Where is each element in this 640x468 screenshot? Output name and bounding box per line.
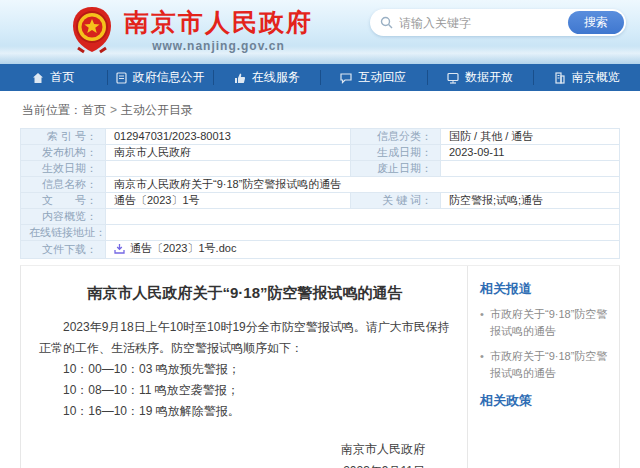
nav-item-online-services[interactable]: 在线服务 bbox=[213, 64, 320, 91]
related-policy-heading[interactable]: 相关政策 bbox=[480, 392, 611, 410]
list-item[interactable]: 市政府关于“9·18”防空警报试鸣的通告 bbox=[480, 306, 611, 340]
table-row: 信息名称： 南京市人民政府关于“9·18”防空警报试鸣的通告 bbox=[21, 177, 620, 193]
nav-item-interaction[interactable]: 互动回应 bbox=[320, 64, 427, 91]
site-brand[interactable]: 南京市人民政府 www.nanjing.gov.cn bbox=[70, 6, 313, 54]
signature-date: 2023年9月11日 bbox=[39, 460, 425, 468]
index-no-label: 索 引 号： bbox=[21, 129, 106, 145]
nav-label: 数据开放 bbox=[465, 69, 513, 86]
nav-item-home[interactable]: 首页 bbox=[0, 64, 107, 91]
index-no-value: 012947031/2023-80013 bbox=[106, 129, 351, 145]
breadcrumb: 当前位置：首页>主动公开目录 bbox=[0, 91, 640, 128]
abolish-date-label: 废止日期： bbox=[351, 161, 441, 177]
site-header: 南京市人民政府 www.nanjing.gov.cn 搜索 bbox=[0, 0, 640, 64]
info-name-label: 信息名称： bbox=[21, 177, 106, 193]
online-link-label: 在线链接地址： bbox=[21, 225, 106, 241]
national-emblem-logo bbox=[70, 6, 114, 54]
abolish-date-value bbox=[441, 161, 620, 177]
chat-icon bbox=[340, 72, 352, 84]
table-row: 生效日期： 废止日期： bbox=[21, 161, 620, 177]
info-meta-table: 索 引 号： 012947031/2023-80013 信息分类： 国防 / 其… bbox=[20, 128, 620, 259]
home-icon bbox=[32, 72, 44, 84]
article-title: 南京市人民政府关于“9·18”防空警报试鸣的通告 bbox=[39, 284, 451, 303]
nav-label: 互动回应 bbox=[358, 69, 406, 86]
nav-label: 南京概览 bbox=[572, 69, 620, 86]
effective-date-value bbox=[106, 161, 351, 177]
keywords-value: 防空警报;试鸣;通告 bbox=[441, 193, 620, 209]
signature-block: 南京市人民政府 2023年9月11日 bbox=[39, 438, 451, 468]
info-name-value: 南京市人民政府关于“9·18”防空警报试鸣的通告 bbox=[106, 177, 620, 193]
related-news-heading[interactable]: 相关报道 bbox=[480, 280, 611, 298]
nav-label: 首页 bbox=[50, 69, 74, 86]
monitor-icon bbox=[447, 72, 459, 84]
table-row: 发布机构： 南京市人民政府 生成日期： 2023-09-11 bbox=[21, 145, 620, 161]
table-row: 文件下载： 通告〔2023〕1号.doc bbox=[21, 241, 620, 259]
publisher-label: 发布机构： bbox=[21, 145, 106, 161]
content-panel: 南京市人民政府关于“9·18”防空警报试鸣的通告 2023年9月18日上午10时… bbox=[20, 265, 620, 468]
related-sidebar: 相关报道 市政府关于“9·18”防空警报试鸣的通告 市政府关于“9·18”防空警… bbox=[467, 266, 619, 468]
summary-value bbox=[106, 209, 620, 225]
main-nav: 首页 政府信息公开 在线服务 互动回应 数据开放 南京概览 bbox=[0, 64, 640, 91]
article: 南京市人民政府关于“9·18”防空警报试鸣的通告 2023年9月18日上午10时… bbox=[21, 266, 467, 468]
signature-org: 南京市人民政府 bbox=[39, 438, 425, 460]
search-bar: 搜索 bbox=[370, 9, 626, 36]
gen-date-value: 2023-09-11 bbox=[441, 145, 620, 161]
search-icon bbox=[380, 16, 393, 29]
nav-label: 政府信息公开 bbox=[133, 69, 205, 86]
site-title: 南京市人民政府 bbox=[124, 7, 313, 37]
nav-item-gov-info[interactable]: 政府信息公开 bbox=[107, 64, 214, 91]
category-label: 信息分类： bbox=[351, 129, 441, 145]
download-icon bbox=[114, 243, 125, 254]
schedule-line: 10：16—10：19 鸣放解除警报。 bbox=[39, 401, 451, 422]
table-row: 索 引 号： 012947031/2023-80013 信息分类： 国防 / 其… bbox=[21, 129, 620, 145]
list-item[interactable]: 市政府关于“9·18”防空警报试鸣的通告 bbox=[480, 348, 611, 382]
table-row: 内容概览： bbox=[21, 209, 620, 225]
online-link-value bbox=[106, 225, 620, 241]
table-row: 文 号： 通告〔2023〕1号 关 键 词： 防空警报;试鸣;通告 bbox=[21, 193, 620, 209]
schedule-line: 10：00—10：03 鸣放预先警报； bbox=[39, 359, 451, 380]
search-button[interactable]: 搜索 bbox=[568, 11, 624, 34]
breadcrumb-current: 主动公开目录 bbox=[121, 103, 193, 117]
gen-date-label: 生成日期： bbox=[351, 145, 441, 161]
document-icon bbox=[116, 72, 127, 84]
effective-date-label: 生效日期： bbox=[21, 161, 106, 177]
doc-no-label: 文 号： bbox=[21, 193, 106, 209]
publisher-value: 南京市人民政府 bbox=[106, 145, 351, 161]
nav-item-city-overview[interactable]: 南京概览 bbox=[533, 64, 640, 91]
nav-item-open-data[interactable]: 数据开放 bbox=[427, 64, 534, 91]
doc-no-value: 通告〔2023〕1号 bbox=[106, 193, 351, 209]
download-label: 文件下载： bbox=[21, 241, 106, 259]
schedule-line: 10：08—10：11 鸣放空袭警报； bbox=[39, 380, 451, 401]
breadcrumb-home-link[interactable]: 首页 bbox=[82, 103, 106, 117]
category-value: 国防 / 其他 / 通告 bbox=[441, 129, 620, 145]
breadcrumb-separator: > bbox=[110, 103, 117, 117]
site-url: www.nanjing.gov.cn bbox=[124, 39, 313, 53]
file-download-link[interactable]: 通告〔2023〕1号.doc bbox=[114, 242, 236, 255]
thumbs-up-icon bbox=[234, 72, 246, 84]
nav-label: 在线服务 bbox=[252, 69, 300, 86]
download-file-name: 通告〔2023〕1号.doc bbox=[130, 242, 236, 255]
search-input[interactable] bbox=[399, 16, 568, 30]
article-paragraph: 2023年9月18日上午10时至10时19分全市防空警报试鸣。请广大市民保持正常… bbox=[39, 317, 451, 359]
summary-label: 内容概览： bbox=[21, 209, 106, 225]
table-row: 在线链接地址： bbox=[21, 225, 620, 241]
breadcrumb-prefix: 当前位置： bbox=[22, 103, 82, 117]
building-icon bbox=[554, 72, 566, 84]
related-news-list: 市政府关于“9·18”防空警报试鸣的通告 市政府关于“9·18”防空警报试鸣的通… bbox=[480, 306, 611, 382]
keywords-label: 关 键 词： bbox=[351, 193, 441, 209]
